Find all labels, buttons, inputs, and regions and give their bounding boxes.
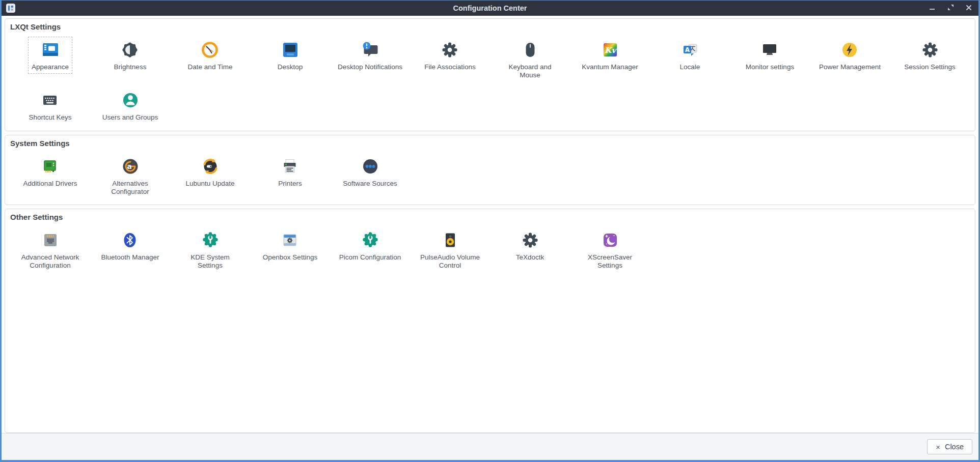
launcher-additional-drivers[interactable]: Additional Drivers [20,153,81,190]
item-label: Openbox Settings [263,253,317,262]
launcher-alternatives-configurator[interactable]: a Alternatives Configurator [94,153,167,198]
update-swirl-icon [200,156,221,177]
group-title: System Settings [9,137,971,150]
item-label: Advanced Network Configuration [18,253,83,270]
launcher-shortcut-keys[interactable]: Shortcut Keys [25,87,75,124]
item-label: XScreenSaver Settings [578,253,643,270]
alternatives-icon: a [120,156,141,177]
launcher-texdoctk[interactable]: TeXdoctk [512,227,548,264]
item-label: Monitor settings [746,63,794,71]
launcher-session-settings[interactable]: Session Settings [901,37,959,74]
item-label: Session Settings [904,63,956,71]
item-label: TeXdoctk [516,253,545,262]
launcher-users-and-groups[interactable]: Users and Groups [99,87,162,124]
translation-icon: A [680,40,700,60]
launcher-monitor-settings[interactable]: Monitor settings [742,37,798,74]
gear-dark-icon [440,40,460,60]
item-label: Lubuntu Update [185,180,234,188]
close-button[interactable]: × Close [927,439,972,454]
item-label: Picom Configuration [339,253,401,262]
item-label: Additional Drivers [23,180,77,188]
gear-wrench-icon [200,230,221,250]
item-label: Bluetooth Manager [101,253,159,262]
mouse-icon [520,40,540,60]
close-button-label: Close [945,443,964,451]
item-label: Appearance [32,63,69,71]
moon-stars-icon [600,230,620,250]
group-title: LXQt Settings [9,21,971,34]
launcher-kde-system-settings[interactable]: KDE System Settings [174,227,247,272]
footer-bar: × Close [2,433,978,460]
launcher-file-associations[interactable]: File Associations [421,37,479,74]
launcher-bluetooth-manager[interactable]: Bluetooth Manager [97,227,162,264]
launcher-locale[interactable]: A Locale [676,37,704,74]
power-bolt-icon [839,40,860,60]
kvantum-rainbow-icon: Kv [600,40,620,60]
minimize-icon [929,5,935,12]
gear-wrench-icon [360,230,380,250]
close-button-icon: × [936,443,940,451]
item-label: Alternatives Configurator [98,180,163,196]
pci-card-icon [40,156,60,177]
software-sources-icon [360,156,380,177]
item-label: Printers [278,180,302,188]
keyboard-icon [40,90,60,110]
svg-text:a: a [127,162,131,170]
item-label: Desktop [278,63,303,71]
notification-bubble-icon [360,40,380,60]
maximize-button[interactable] [945,3,956,14]
app-icon[interactable] [6,3,16,13]
group-title: Other Settings [9,211,971,224]
launcher-software-sources[interactable]: Software Sources [339,153,401,190]
launcher-xscreensaver-settings[interactable]: XScreenSaver Settings [574,227,646,272]
launcher-brightness[interactable]: Brightness [111,37,150,74]
maximize-icon [947,4,954,12]
launcher-openbox-settings[interactable]: Openbox Settings [259,227,321,264]
settings-group-other-settings: Other Settings Advanced Network Configur… [5,209,975,433]
item-label: Users and Groups [102,113,158,122]
gear-dark-icon [520,230,540,250]
launcher-power-management[interactable]: Power Management [815,37,884,74]
svg-text:Kv: Kv [605,46,617,55]
monitor-icon [759,40,780,60]
item-label: Date and Time [188,63,233,71]
launcher-appearance[interactable]: Appearance [28,37,72,74]
item-label: Desktop Notifications [338,63,402,71]
svg-text:A: A [685,46,690,53]
gear-dark-icon [920,40,940,60]
item-label: PulseAudio Volume Control [418,253,483,270]
item-label: File Associations [424,63,476,71]
appearance-icon [40,40,61,60]
launcher-advanced-network-configuration[interactable]: Advanced Network Configuration [14,227,87,272]
window-title: Configuration Center [2,4,978,12]
launcher-desktop[interactable]: Desktop [274,37,307,74]
item-label: Power Management [819,63,881,71]
settings-group-system-settings: System Settings Additional Drivers a Alt… [5,135,975,205]
settings-group-lxqt-settings: LXQt Settings Appearance Brightness Date… [5,18,975,131]
launcher-lubuntu-update[interactable]: Lubuntu Update [182,153,238,190]
launcher-printers[interactable]: Printers [275,153,306,190]
brightness-icon [120,40,140,60]
launcher-picom-configuration[interactable]: Picom Configuration [336,227,405,264]
group-items: Additional Drivers a Alternatives Config… [9,150,971,204]
bluetooth-icon [120,230,140,250]
close-icon [966,5,972,12]
item-label: Shortcut Keys [29,113,71,122]
speaker-icon [440,230,460,250]
printer-icon [280,156,300,177]
close-window-button[interactable] [963,3,974,14]
launcher-kvantum-manager[interactable]: Kv Kvantum Manager [578,37,641,74]
item-label: Kvantum Manager [582,63,638,71]
item-label: Software Sources [343,180,397,188]
item-label: Locale [680,63,700,71]
launcher-pulseaudio-volume-control[interactable]: PulseAudio Volume Control [414,227,486,272]
item-label: Brightness [114,63,147,71]
minimize-button[interactable] [927,3,938,14]
group-items: Advanced Network Configuration Bluetooth… [9,224,971,277]
launcher-date-and-time[interactable]: Date and Time [184,37,236,74]
window-controls [927,3,974,14]
window-gear-icon [280,230,300,250]
launcher-desktop-notifications[interactable]: Desktop Notifications [334,37,406,74]
item-label: KDE System Settings [178,253,243,270]
launcher-keyboard-and-mouse[interactable]: Keyboard and Mouse [494,37,566,82]
